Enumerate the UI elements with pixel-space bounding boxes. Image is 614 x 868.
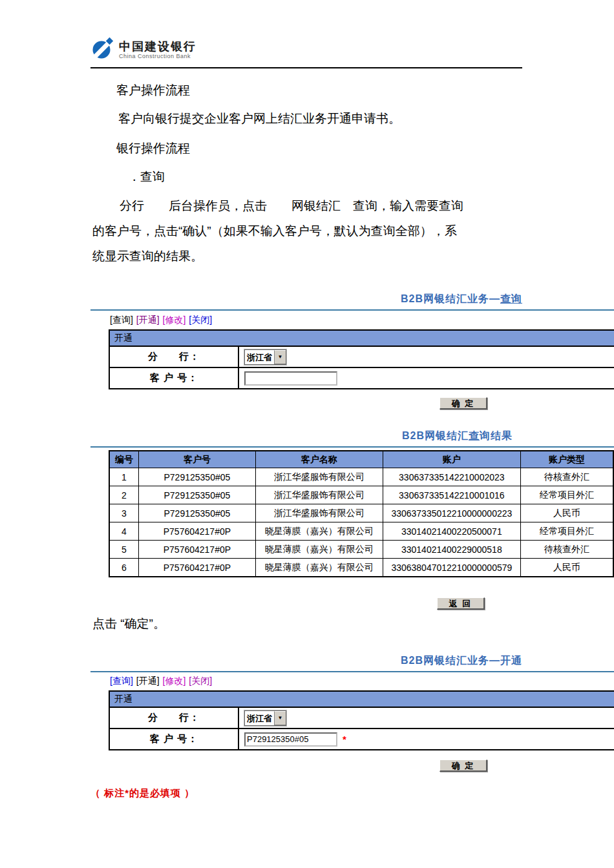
customer-field: [239, 368, 614, 388]
confirm-button-open[interactable]: 确 定: [439, 760, 487, 772]
form-section-header: 开通: [110, 690, 614, 708]
nav-link-2[interactable]: [开通]: [136, 315, 160, 325]
table-cell: 1: [109, 468, 139, 486]
chevron-down-icon[interactable]: ▼: [274, 350, 286, 364]
para-click-confirm: 点击 “确定”。: [92, 615, 165, 632]
nav-link-4[interactable]: [关闭]: [189, 676, 212, 686]
header-divider: [90, 67, 522, 68]
required-footnote: （ 标注*的是必填项 ）: [90, 787, 195, 800]
title-text: B2B网银结汇业务—开通: [401, 655, 522, 666]
table-cell: 经常项目外汇: [520, 522, 613, 541]
section-divider: [90, 309, 614, 311]
table-cell: 330637335142210002023: [383, 468, 520, 486]
query-form: 开通 分 行： 浙江省 ▼ 客 户 号：: [109, 329, 614, 389]
section-divider: [90, 446, 614, 448]
table-cell: P729125350#05: [139, 486, 256, 504]
customer-no-input[interactable]: [244, 371, 337, 386]
para-apply: 客户向银行提交企业客户网上结汇业务开通申请书。: [118, 110, 401, 127]
branch-row: 分 行： 浙江省 ▼: [110, 708, 614, 729]
section-title-query: B2B网银结汇业务—查询: [401, 293, 522, 306]
title-underlined: 查: [469, 430, 480, 441]
section-title-results: B2B网银结汇查询结果: [402, 429, 513, 443]
title-suffix: 询结果: [480, 430, 513, 441]
results-tbody: 1P729125350#05浙江华盛服饰有限公司3306373351422100…: [109, 468, 613, 577]
branch-select[interactable]: 浙江省 ▼: [244, 710, 286, 726]
logo-name-en: China Construction Bank: [119, 53, 196, 59]
open-form: 开通 分 行： 浙江省 ▼ 客 户 号： *: [109, 690, 614, 750]
table-row: 6P757604217#0P晓星薄膜（嘉兴）有限公司33063804701221…: [109, 559, 613, 577]
table-cell: 人民币: [520, 559, 613, 577]
section-divider: [90, 671, 614, 672]
table-cell: 330638047012210000000579: [383, 559, 520, 577]
table-cell: 晓星薄膜（嘉兴）有限公司: [255, 522, 383, 541]
table-cell: P757604217#0P: [139, 559, 256, 577]
table-cell: 33014021400229000518: [383, 541, 520, 559]
col-header-account-type: 账户类型: [520, 451, 613, 468]
table-cell: P757604217#0P: [139, 522, 256, 541]
table-row: 5P757604217#0P晓星薄膜（嘉兴）有限公司33014021400229…: [109, 541, 613, 559]
table-cell: 人民币: [520, 504, 613, 522]
table-cell: 待核查外汇: [520, 468, 613, 486]
table-row: 2P729125350#05浙江华盛服饰有限公司3306373351422100…: [109, 486, 613, 504]
title-underlined: 查询: [500, 293, 522, 304]
ccb-logo-text: 中国建设银行 China Construction Bank: [119, 40, 196, 59]
customer-label: 客 户 号：: [110, 729, 239, 749]
ccb-logo-icon: [92, 37, 114, 63]
heading-customer-flow: 客户操作流程: [116, 82, 190, 99]
nav-link-4[interactable]: [关闭]: [189, 315, 212, 325]
required-asterisk: *: [343, 734, 346, 745]
branch-label: 分 行：: [110, 347, 239, 367]
table-cell: 晓星薄膜（嘉兴）有限公司: [255, 559, 383, 577]
table-cell: 2: [109, 486, 139, 504]
branch-label: 分 行：: [110, 708, 239, 728]
para-query-line2: 的客户号，点击“确认”（如果不输入客户号，默认为查询全部），系: [92, 223, 457, 240]
table-cell: 浙江华盛服饰有限公司: [255, 468, 383, 486]
nav-link-2[interactable]: [开通]: [136, 676, 160, 686]
ccb-logo: 中国建设银行 China Construction Bank: [92, 37, 196, 63]
form-section-header: 开通: [110, 329, 614, 347]
table-cell: 5: [109, 541, 139, 559]
title-text: B2B网银结汇: [402, 430, 469, 441]
table-cell: 330637335142210001016: [383, 486, 520, 504]
nav-link-1[interactable]: [查询]: [110, 676, 133, 686]
table-cell: 4: [109, 522, 139, 541]
col-header-customer-no: 客户号: [139, 451, 256, 468]
table-cell: 33014021400220500071: [383, 522, 520, 541]
branch-select-value: 浙江省: [245, 711, 274, 725]
form-nav-query: [查询][开通][修改][关闭]: [110, 315, 215, 326]
chevron-down-icon[interactable]: ▼: [274, 711, 286, 725]
col-header-seq: 编号: [109, 451, 139, 468]
nav-link-1[interactable]: [查询]: [110, 315, 133, 325]
para-query-line3: 统显示查询的结果。: [92, 248, 203, 265]
heading-bank-flow: 银行操作流程: [116, 140, 190, 157]
table-cell: 晓星薄膜（嘉兴）有限公司: [255, 541, 383, 559]
table-row: 4P757604217#0P晓星薄膜（嘉兴）有限公司33014021400220…: [109, 522, 613, 541]
bullet-query: ．查询: [128, 169, 165, 185]
table-cell: 经常项目外汇: [520, 486, 613, 504]
customer-field: *: [239, 729, 614, 749]
branch-field: 浙江省 ▼: [239, 347, 614, 367]
table-cell: 待核查外汇: [520, 541, 613, 559]
table-cell: P729125350#05: [139, 504, 256, 522]
table-row: 1P729125350#05浙江华盛服饰有限公司3306373351422100…: [109, 468, 613, 486]
col-header-customer-name: 客户名称: [255, 451, 383, 468]
branch-select-value: 浙江省: [245, 350, 274, 364]
customer-row: 客 户 号： *: [110, 729, 614, 750]
logo-name-cn: 中国建设银行: [119, 40, 196, 53]
table-cell: 6: [109, 559, 139, 577]
page: 中国建设银行 China Construction Bank 客户操作流程 客户…: [0, 0, 614, 868]
branch-field: 浙江省 ▼: [239, 708, 614, 728]
table-cell: 3: [109, 504, 139, 522]
customer-label: 客 户 号：: [110, 368, 239, 388]
nav-link-3[interactable]: [修改]: [163, 315, 186, 325]
results-table: 编号 客户号 客户名称 账户 账户类型 1P729125350#05浙江华盛服饰…: [109, 450, 614, 577]
form-nav-open: [查询][开通][修改][关闭]: [110, 676, 215, 687]
title-text: B2B网银结汇业务—: [401, 293, 500, 304]
branch-select[interactable]: 浙江省 ▼: [244, 349, 286, 365]
customer-row: 客 户 号：: [110, 368, 614, 389]
return-button[interactable]: 返 回: [437, 597, 485, 610]
para-query-line1: 分行 后台操作员，点击 网银结汇 查询，输入需要查询: [120, 198, 463, 214]
nav-link-3[interactable]: [修改]: [163, 676, 186, 686]
customer-no-input[interactable]: [244, 732, 337, 747]
confirm-button-query[interactable]: 确 定: [439, 397, 487, 409]
